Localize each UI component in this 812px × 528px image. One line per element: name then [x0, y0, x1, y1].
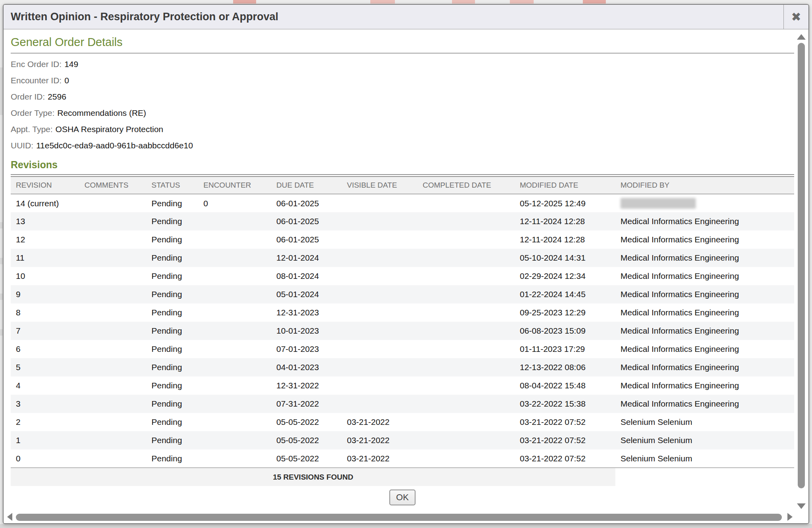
ok-button[interactable]: OK — [389, 490, 416, 505]
cell-encounter: 0 — [198, 194, 271, 212]
column-header-revision: REVISION — [11, 177, 79, 194]
cell-status: Pending — [146, 322, 198, 340]
field-label: UUID: — [11, 141, 33, 150]
cell-comments — [79, 249, 146, 267]
page-background: Written Opinion - Respiratory Protection… — [0, 0, 812, 528]
vertical-scrollbar[interactable] — [794, 29, 808, 511]
cell-visible-date: 03-21-2022 — [342, 449, 417, 468]
cell-comments — [79, 285, 146, 303]
cell-completed-date — [417, 358, 515, 376]
cell-revision: 11 — [11, 249, 79, 267]
cell-revision: 8 — [11, 303, 79, 322]
revisions-heading: Revisions — [11, 159, 794, 175]
table-row: 1Pending05-05-202203-21-202203-21-2022 0… — [11, 431, 794, 449]
cell-completed-date — [417, 395, 515, 413]
general-order-details-heading: General Order Details — [11, 34, 794, 54]
cell-due-date: 05-05-2022 — [271, 431, 342, 449]
field-order-type: Order Type:Recommendations (RE) — [11, 105, 794, 121]
cell-modified-date: 03-21-2022 07:52 — [515, 413, 615, 431]
cell-modified-by: Medical Informatics Engineering — [615, 212, 794, 230]
cell-modified-by: Medical Informatics Engineering — [615, 358, 794, 376]
cell-status: Pending — [146, 376, 198, 395]
cell-modified-date: 01-11-2023 17:29 — [515, 340, 615, 358]
table-row: 7Pending10-01-202306-08-2023 15:09Medica… — [11, 322, 794, 340]
cell-visible-date — [342, 249, 417, 267]
cell-status: Pending — [146, 413, 198, 431]
cell-revision: 9 — [11, 285, 79, 303]
cell-encounter — [198, 376, 271, 395]
redacted-modified-by — [620, 198, 696, 209]
cell-revision: 13 — [11, 212, 79, 230]
table-row: 10Pending08-01-202402-29-2024 12:34Medic… — [11, 267, 794, 285]
cell-completed-date — [417, 194, 515, 212]
cell-visible-date — [342, 267, 417, 285]
cell-due-date: 12-01-2024 — [271, 249, 342, 267]
column-header-status: STATUS — [146, 177, 198, 194]
cell-revision: 7 — [11, 322, 79, 340]
field-value: 0 — [64, 76, 69, 85]
cell-comments — [79, 303, 146, 322]
cell-due-date: 06-01-2025 — [271, 194, 342, 212]
cell-completed-date — [417, 285, 515, 303]
cell-completed-date — [417, 376, 515, 395]
cell-completed-date — [417, 322, 515, 340]
footer-empty-cell — [615, 468, 794, 486]
table-row: 13Pending06-01-202512-11-2024 12:28Medic… — [11, 212, 794, 230]
column-header-completed-date: COMPLETED DATE — [417, 177, 515, 194]
cell-visible-date — [342, 212, 417, 230]
horizontal-scrollbar-thumb[interactable] — [16, 514, 782, 521]
scroll-down-icon[interactable] — [797, 503, 806, 509]
cell-due-date: 08-01-2024 — [271, 267, 342, 285]
cell-encounter — [198, 285, 271, 303]
cell-visible-date — [342, 194, 417, 212]
revisions-table: REVISIONCOMMENTSSTATUSENCOUNTERDUE DATEV… — [11, 176, 794, 486]
field-label: Order ID: — [11, 92, 45, 101]
cell-due-date: 06-01-2025 — [271, 230, 342, 249]
vertical-scrollbar-thumb[interactable] — [798, 43, 805, 488]
background-artifact — [0, 258, 3, 264]
table-row: 4Pending12-31-202208-04-2022 15:48Medica… — [11, 376, 794, 395]
background-artifact — [0, 524, 812, 528]
dialog-titlebar: Written Opinion - Respiratory Protection… — [4, 5, 808, 29]
cell-encounter — [198, 230, 271, 249]
cell-encounter — [198, 413, 271, 431]
general-order-details: Enc Order ID:149 Encounter ID:0 Order ID… — [11, 54, 794, 154]
table-row: 6Pending07-01-202301-11-2023 17:29Medica… — [11, 340, 794, 358]
scroll-right-icon[interactable] — [787, 513, 793, 521]
background-artifact — [370, 0, 395, 4]
field-value: 149 — [64, 60, 78, 69]
column-header-visible-date: VISIBLE DATE — [342, 177, 417, 194]
cell-comments — [79, 376, 146, 395]
cell-encounter — [198, 267, 271, 285]
background-artifact — [510, 0, 534, 4]
cell-due-date: 12-31-2023 — [271, 303, 342, 322]
cell-completed-date — [417, 230, 515, 249]
table-row: 12Pending06-01-202512-11-2024 12:28Medic… — [11, 230, 794, 249]
horizontal-scrollbar[interactable] — [4, 511, 808, 523]
cell-status: Pending — [146, 358, 198, 376]
table-row: 14 (current)Pending006-01-202505-12-2025… — [11, 194, 794, 212]
column-header-comments: COMMENTS — [79, 177, 146, 194]
cell-modified-date: 09-25-2023 12:29 — [515, 303, 615, 322]
table-row: 9Pending05-01-202401-22-2024 14:45Medica… — [11, 285, 794, 303]
column-header-modified-by: MODIFIED BY — [615, 177, 794, 194]
cell-encounter — [198, 449, 271, 468]
field-encounter-id: Encounter ID:0 — [11, 72, 794, 88]
cell-completed-date — [417, 303, 515, 322]
cell-modified-date: 03-21-2022 07:52 — [515, 431, 615, 449]
field-enc-order-id: Enc Order ID:149 — [11, 56, 794, 72]
table-header-row: REVISIONCOMMENTSSTATUSENCOUNTERDUE DATEV… — [11, 177, 794, 194]
cell-modified-by: Medical Informatics Engineering — [615, 249, 794, 267]
scroll-left-icon[interactable] — [7, 513, 12, 521]
scroll-up-icon[interactable] — [797, 34, 806, 40]
cell-visible-date — [342, 340, 417, 358]
cell-revision: 2 — [11, 413, 79, 431]
cell-visible-date — [342, 322, 417, 340]
close-button[interactable]: ✖ — [783, 5, 808, 29]
cell-visible-date — [342, 303, 417, 322]
cell-status: Pending — [146, 431, 198, 449]
cell-revision: 0 — [11, 449, 79, 468]
background-artifact — [452, 0, 475, 4]
background-artifact — [233, 0, 256, 4]
cell-completed-date — [417, 449, 515, 468]
